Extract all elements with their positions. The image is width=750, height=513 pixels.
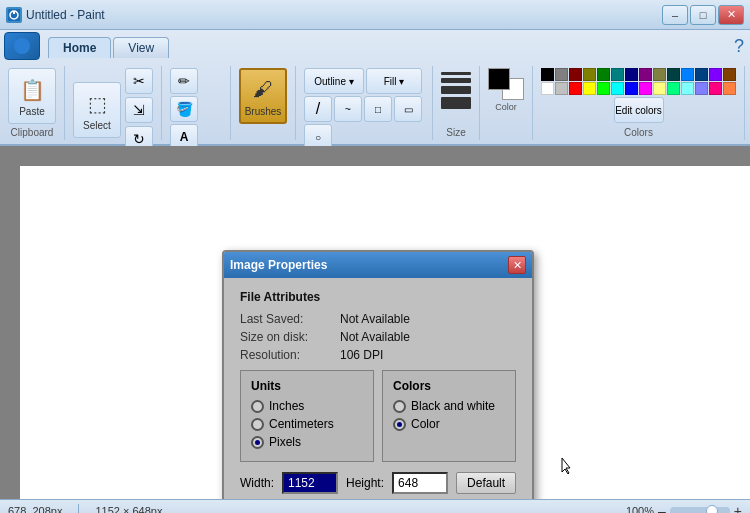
default-button[interactable]: Default [456, 472, 516, 494]
color-swatch-0-3[interactable] [583, 68, 596, 81]
shapes-section: Outline ▾ Fill ▾ / ~ □ ▭ ○ Shapes [296, 66, 433, 140]
color-swatch-1-10[interactable] [681, 82, 694, 95]
dialog-body: File Attributes Last Saved: Not Availabl… [224, 278, 532, 499]
select-icon: ⬚ [83, 90, 111, 118]
fill-button[interactable]: 🪣 [170, 96, 198, 122]
size-on-disk-value: Not Available [340, 330, 410, 344]
color-swatch-0-4[interactable] [597, 68, 610, 81]
color-swatch-1-1[interactable] [555, 82, 568, 95]
color-swatch-1-11[interactable] [695, 82, 708, 95]
app-icon [6, 7, 22, 23]
zoom-in-button[interactable]: + [734, 503, 742, 514]
inches-row: Inches [251, 399, 363, 413]
color-swatch-1-9[interactable] [667, 82, 680, 95]
size-3[interactable] [441, 86, 471, 94]
color-swatch-0-5[interactable] [611, 68, 624, 81]
paste-button[interactable]: 📋 Paste [8, 68, 56, 124]
tab-home[interactable]: Home [48, 37, 111, 58]
color-label: Color [495, 102, 517, 112]
rect-tool[interactable]: □ [364, 96, 392, 122]
window-controls: – □ ✕ [662, 5, 744, 25]
title-bar: Untitled - Paint – □ ✕ [0, 0, 750, 30]
color-swatch-1-2[interactable] [569, 82, 582, 95]
color-swatch-0-2[interactable] [569, 68, 582, 81]
zoom-slider[interactable] [670, 507, 730, 514]
close-button[interactable]: ✕ [718, 5, 744, 25]
color-swatch-0-6[interactable] [625, 68, 638, 81]
color-label: Color [411, 417, 440, 431]
palette-row-0 [541, 68, 736, 81]
file-attributes-title: File Attributes [240, 290, 516, 304]
select-button[interactable]: ⬚ Select [73, 82, 121, 138]
black-white-row: Black and white [393, 399, 505, 413]
pixels-radio[interactable] [251, 436, 264, 449]
color-swatch-1-13[interactable] [723, 82, 736, 95]
color-swatch-0-9[interactable] [667, 68, 680, 81]
fill-dropdown[interactable]: Fill ▾ [366, 68, 422, 94]
zoom-thumb[interactable] [706, 505, 718, 514]
pixels-label: Pixels [269, 435, 301, 449]
size-on-disk-label: Size on disk: [240, 330, 340, 344]
inches-label: Inches [269, 399, 304, 413]
zoom-level: 100% [626, 505, 654, 514]
last-saved-value: Not Available [340, 312, 410, 326]
color-swatch-0-12[interactable] [709, 68, 722, 81]
help-icon[interactable]: ? [734, 36, 750, 57]
color-swatch-0-13[interactable] [723, 68, 736, 81]
color-swatch-1-4[interactable] [597, 82, 610, 95]
color-swatch-1-12[interactable] [709, 82, 722, 95]
svg-rect-2 [13, 11, 15, 14]
inches-radio[interactable] [251, 400, 264, 413]
paint-menu-button[interactable] [4, 32, 40, 60]
resize-button[interactable]: ⇲ [125, 97, 153, 123]
svg-point-3 [14, 38, 30, 54]
size-on-disk-row: Size on disk: Not Available [240, 330, 516, 344]
line-tool[interactable]: / [304, 96, 332, 122]
height-input[interactable] [392, 472, 448, 494]
centimeters-radio[interactable] [251, 418, 264, 431]
zoom-out-button[interactable]: – [658, 503, 666, 514]
brushes-icon: 🖌 [249, 76, 277, 104]
color-swatch-1-7[interactable] [639, 82, 652, 95]
pencil-button[interactable]: ✏ [170, 68, 198, 94]
minimize-button[interactable]: – [662, 5, 688, 25]
round-rect-tool[interactable]: ▭ [394, 96, 422, 122]
color-swatch-0-7[interactable] [639, 68, 652, 81]
color-swatch-1-8[interactable] [653, 82, 666, 95]
black-white-radio[interactable] [393, 400, 406, 413]
main-canvas-area[interactable]: Image Properties ✕ File Attributes Last … [0, 146, 750, 499]
height-label: Height: [346, 476, 384, 490]
size-1[interactable] [441, 72, 471, 75]
outline-dropdown[interactable]: Outline ▾ [304, 68, 364, 94]
color-swatch-0-0[interactable] [541, 68, 554, 81]
tools-section: ✏ 🪣 A ⊠ 💧 🔍 Tools [162, 66, 231, 140]
color-swatch-0-8[interactable] [653, 68, 666, 81]
color-swatch-1-0[interactable] [541, 82, 554, 95]
clipboard-section: 📋 Paste Clipboard [0, 66, 65, 140]
maximize-button[interactable]: □ [690, 5, 716, 25]
size-4[interactable] [441, 97, 471, 109]
brushes-button[interactable]: 🖌 Brushes [239, 68, 287, 124]
foreground-color-preview[interactable] [488, 68, 510, 90]
tabs-row: Home View [44, 34, 175, 58]
units-title: Units [251, 379, 363, 393]
tab-view[interactable]: View [113, 37, 169, 58]
color-swatch-1-5[interactable] [611, 82, 624, 95]
cursor-coords: 678, 208px [8, 505, 62, 514]
colors-palette-section: Edit colors Colors [533, 66, 745, 140]
color-swatch-1-3[interactable] [583, 82, 596, 95]
color-swatch-0-10[interactable] [681, 68, 694, 81]
dialog-close-button[interactable]: ✕ [508, 256, 526, 274]
paste-icon: 📋 [18, 76, 46, 104]
edit-colors-button[interactable]: Edit colors [614, 97, 664, 123]
width-input[interactable] [282, 472, 338, 494]
color-radio[interactable] [393, 418, 406, 431]
crop-button[interactable]: ✂ [125, 68, 153, 94]
curve-tool[interactable]: ~ [334, 96, 362, 122]
size-2[interactable] [441, 78, 471, 83]
color-swatch-0-11[interactable] [695, 68, 708, 81]
color-preview [488, 68, 524, 100]
color-swatch-0-1[interactable] [555, 68, 568, 81]
resolution-row: Resolution: 106 DPI [240, 348, 516, 362]
color-swatch-1-6[interactable] [625, 82, 638, 95]
